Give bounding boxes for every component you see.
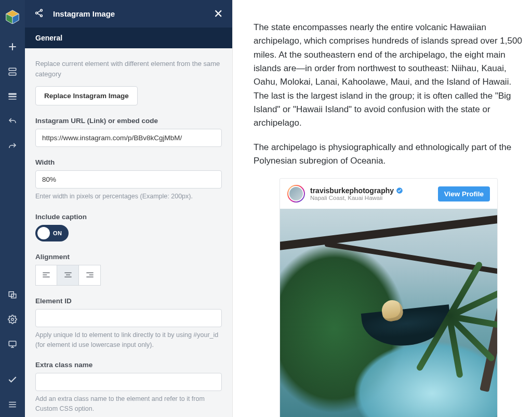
app-logo [5, 9, 20, 24]
menu-button[interactable] [0, 392, 25, 417]
templates-button[interactable] [0, 59, 25, 84]
panel-body: Replace current element with different e… [25, 48, 232, 417]
content-paragraph-2: The archipelago is physiographically and… [254, 141, 526, 168]
tab-general[interactable]: General [25, 28, 232, 48]
page-preview: The state encompasses nearly the entire … [233, 0, 532, 417]
replace-description: Replace current element with different e… [35, 59, 222, 79]
svg-point-10 [41, 9, 43, 11]
content-paragraph-1: The state encompasses nearly the entire … [254, 21, 526, 130]
svg-rect-5 [9, 73, 16, 75]
desktop-preview-button[interactable] [0, 332, 25, 357]
panel-header: Instagram Image ✕ [25, 0, 232, 28]
instagram-avatar[interactable] [287, 185, 305, 203]
include-caption-toggle[interactable]: ON [35, 225, 69, 241]
undo-button[interactable] [0, 109, 25, 134]
view-profile-button[interactable]: View Profile [438, 186, 490, 201]
alignment-group [35, 265, 222, 286]
instagram-username-row[interactable]: travisburkephotography [310, 186, 403, 195]
toggle-knob [37, 227, 50, 239]
tree-view-button[interactable] [0, 84, 25, 109]
share-icon [34, 8, 44, 20]
align-right-button[interactable] [79, 265, 101, 286]
element-id-hint: Apply unique Id to element to link direc… [35, 330, 222, 350]
extra-class-hint: Add an extra class name to the element a… [35, 394, 222, 414]
toggle-on-label: ON [53, 230, 62, 236]
save-button[interactable] [0, 367, 25, 392]
left-rail [0, 0, 25, 417]
svg-rect-9 [9, 341, 16, 346]
add-element-button[interactable] [0, 34, 25, 59]
svg-rect-4 [9, 68, 16, 71]
width-label: Width [35, 158, 222, 166]
element-id-label: Element ID [35, 297, 222, 305]
replace-element-button[interactable]: Replace Instagram Image [35, 86, 138, 105]
verified-icon [396, 187, 403, 194]
extra-class-label: Extra class name [35, 361, 222, 369]
svg-point-12 [41, 15, 43, 17]
svg-point-8 [11, 318, 14, 321]
close-panel-button[interactable]: ✕ [214, 8, 223, 20]
redo-button[interactable] [0, 134, 25, 159]
instagram-embed: travisburkephotography Napali Coast, Kau… [280, 178, 498, 417]
alignment-label: Alignment [35, 253, 222, 261]
extra-class-input[interactable] [35, 373, 222, 391]
panel-title: Instagram Image [53, 9, 115, 18]
instagram-username: travisburkephotography [310, 186, 394, 195]
align-left-button[interactable] [35, 265, 57, 286]
instagram-user-block: travisburkephotography Napali Coast, Kau… [310, 186, 403, 201]
settings-button[interactable] [0, 307, 25, 332]
width-hint: Enter width in pixels or percentages (Ex… [35, 192, 222, 201]
layout-button[interactable] [0, 282, 25, 307]
align-center-button[interactable] [57, 265, 79, 286]
svg-point-11 [36, 12, 38, 14]
instagram-image[interactable] [280, 209, 497, 417]
width-input[interactable] [35, 170, 222, 189]
element-settings-panel: Instagram Image ✕ General Replace curren… [25, 0, 233, 417]
instagram-location: Napali Coast, Kauai Hawaii [310, 195, 403, 201]
url-label: Instagram URL (Link) or embed code [35, 117, 222, 125]
caption-label: Include caption [35, 213, 222, 221]
instagram-header: travisburkephotography Napali Coast, Kau… [280, 179, 497, 209]
instagram-url-input[interactable] [35, 129, 222, 147]
element-id-input[interactable] [35, 309, 222, 327]
